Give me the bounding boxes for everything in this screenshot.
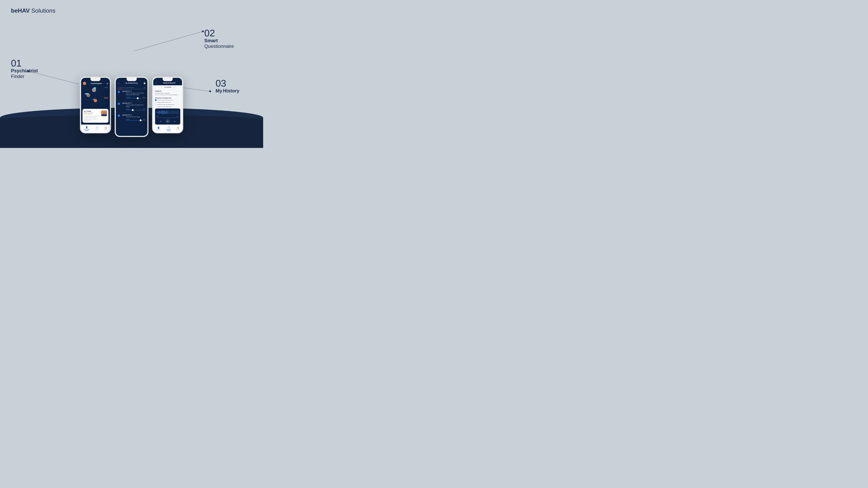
phone1-nav: 👤 Psychologists 🕐 My history 📋 Smart-Q (81, 125, 110, 132)
play-pause-button[interactable]: ⏸ (165, 119, 170, 124)
phone-questionnaire: ← Dr. Frank Pre-Q 💾 Dr. Frank Pre-Q comp… (115, 77, 149, 137)
brand-light: Solutions (30, 7, 56, 14)
phone3-screen: ← Medical Record ‹ 12 Jul 2020 › Diagnos… (153, 78, 182, 132)
section-02-bold: Smart (204, 38, 218, 43)
nav-smartq-label-p1: Smart-Q (104, 129, 107, 131)
question-3: 3 Question 03 i I don't talk when I'm an… (118, 114, 146, 122)
rewind-button[interactable]: ⏮ (159, 120, 163, 123)
date-prev-btn[interactable]: ‹ (161, 87, 162, 88)
section-03-light: History (223, 88, 239, 94)
question-3-text: I don't talk when I'm angry. (126, 116, 146, 118)
question-2-info[interactable]: i (130, 102, 132, 104)
scale-track-1[interactable] (126, 98, 146, 98)
audio-controls: ⏮ ⏸ ⏭ (157, 119, 179, 124)
section-02-light: Questionnaire (204, 43, 234, 49)
date-display: 12 Jul 2020 (164, 87, 171, 88)
phone2-title: Dr. Frank Pre-Q (126, 82, 137, 84)
svg-line-4 (183, 88, 210, 91)
nav-history-p3[interactable]: 🕐 My history (166, 126, 171, 131)
date-navigator: ‹ 12 Jul 2020 › (153, 85, 182, 89)
question-3-info[interactable]: i (130, 114, 132, 116)
doctor-description: Dr. Frank is an ADHD Specialist with mor… (84, 116, 100, 121)
scale-track-3[interactable] (126, 120, 146, 121)
phone2-screen: ← Dr. Frank Pre-Q 💾 Dr. Frank Pre-Q comp… (116, 78, 148, 136)
phone2-save-btn[interactable]: 💾 (144, 82, 146, 84)
nav-smartq-p3[interactable]: 📋 Smart-Q (176, 127, 180, 131)
nav-smartq-p1[interactable]: 📋 Smart-Q (104, 127, 107, 131)
therapy-label-4: Laugh out loud 3 times a day (157, 106, 172, 107)
section-03-label: My History (216, 88, 239, 94)
scale-track-2[interactable] (126, 110, 146, 110)
phone-medical-record: ← Medical Record ‹ 12 Jul 2020 › Diagnos… (152, 77, 183, 133)
progress-count: 3/21 (144, 87, 146, 88)
nav-history-label-p3: My history (166, 129, 171, 130)
question-1-title: Question 01 i (122, 90, 146, 92)
phone2-back-btn[interactable]: ← (118, 82, 120, 85)
nav-history-p1[interactable]: 🕐 My history (95, 127, 99, 131)
nav-psychologists-label-p3: Psychologists (156, 129, 161, 131)
question-2-scale: Disagree Agree (126, 108, 146, 110)
doctor-card[interactable]: Dr. Frank ADHD specialist 5.0 ★★★★★ Dr. … (83, 109, 108, 123)
audio-progress-bar[interactable] (157, 118, 179, 118)
phones-container: Psychologists ⚙ Radar (80, 77, 183, 137)
radar-label: Radar (104, 87, 108, 88)
radar-badge-sim: Sim (92, 99, 95, 100)
therapy-item-4: Laugh out loud 3 times a day (155, 106, 180, 107)
phone3-notch (163, 78, 173, 81)
scale-thumb-3[interactable] (140, 120, 142, 121)
therapy-checkbox-1[interactable] (155, 99, 157, 101)
nav-smartq-label-p3: Smart-Q (176, 129, 180, 131)
question-1-info[interactable]: i (130, 90, 132, 92)
phone1-user-avatar (83, 82, 86, 85)
nav-psychologists[interactable]: 👤 Psychologists (84, 126, 90, 131)
therapy-checkbox-4[interactable] (155, 106, 157, 107)
svg-line-2 (133, 31, 203, 51)
brand-title: beHAV Solutions (11, 7, 55, 14)
filter-icon[interactable]: ⚙ (106, 83, 108, 85)
question-1-scale: Disagree Agree (126, 97, 146, 98)
scale-thumb-2[interactable] (132, 109, 134, 111)
scale-agree-1: Agree (143, 97, 146, 98)
therapy-label-1: Stick to regular sleep and meals (157, 100, 173, 101)
divider-2 (118, 113, 146, 113)
therapy-checkbox-2[interactable] (155, 102, 157, 103)
therapy-item-1: Stick to regular sleep and meals (155, 99, 180, 101)
audio-end-time: 12:35 (177, 116, 179, 117)
phone3-back-btn[interactable]: ← (155, 82, 157, 84)
diagnosis-text: Early depression is suspected.Let's do a… (155, 92, 180, 96)
phone1-notch (90, 78, 100, 81)
question-3-number: 3 (118, 114, 120, 117)
progress-bar (118, 89, 146, 89)
scale-agree-3: Agree (143, 119, 146, 120)
fast-forward-button[interactable]: ⏭ (173, 120, 177, 123)
phone1-title: Psychologists (91, 83, 102, 85)
nav-psychologists-p3[interactable]: 👤 Psychologists (156, 127, 161, 131)
therapy-checkbox-3[interactable] (155, 104, 157, 105)
therapy-label-2: Sleep at least 6 hours a day (157, 102, 171, 103)
nav-smartq-icon-p1: 📋 (104, 127, 107, 129)
phone2-progress-header: Dr. Frank Pre-Q completed 14.4% 3/21 (116, 86, 148, 89)
phone2-notch (127, 78, 137, 81)
nav-active-indicator (85, 131, 88, 131)
scale-disagree-2: Disagree (126, 108, 130, 109)
scale-thumb-1[interactable] (137, 97, 139, 99)
phone3-nav: 👤 Psychologists 🕐 My history 📋 Smart-Q (153, 125, 182, 132)
svg-point-3 (202, 31, 204, 32)
therapy-label-3: Walk for at least 30 minutes a day (157, 104, 174, 105)
section-01: 01 Psychiatrist Finder (11, 59, 38, 79)
date-next-btn[interactable]: › (173, 87, 174, 88)
radar-badge-likes: 7m Likes (103, 97, 108, 99)
question-2: 2 Question 02 i I tend to imitate the ac… (118, 102, 146, 111)
question-1: 1 Question 01 i Even if I am angry, I tr… (118, 90, 146, 100)
question-2-title: Question 02 i (122, 102, 146, 104)
audio-times: 00:00 12:35 (157, 116, 179, 117)
audio-start-time: 00:00 (157, 116, 159, 117)
scale-agree-2: Agree (143, 108, 146, 109)
scale-disagree-3: Disagree (126, 119, 130, 120)
section-01-label: Psychiatrist Finder (11, 68, 38, 79)
nav-active-indicator-p3 (167, 131, 170, 131)
header: beHAV Solutions (11, 7, 55, 14)
question-1-number: 1 (118, 91, 120, 93)
doctor-name: Dr. Frank (84, 110, 100, 112)
diagnosis-title: Diagnosis (155, 90, 180, 92)
